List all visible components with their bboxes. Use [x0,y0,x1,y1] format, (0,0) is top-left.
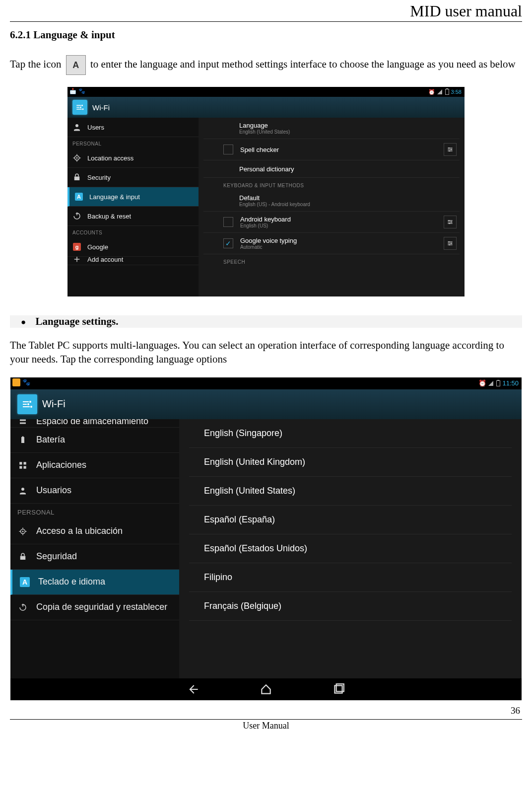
language-option[interactable]: Filipino [189,563,512,592]
main-category: KEYBOARD & INPUT METHODS [203,178,460,190]
language-option[interactable]: English (United Kingdom) [189,448,512,477]
wifi-header[interactable]: Wi-Fi [10,389,522,419]
settings-sliders-icon [72,100,87,115]
checkbox-icon[interactable] [223,145,233,154]
sidebar-item-label: Espacio de almacenamiento [36,419,148,427]
wifi-signal-icon [488,381,493,386]
settings-sliders-icon[interactable] [444,237,457,250]
wifi-header-title: Wi-Fi [92,103,110,112]
language-option[interactable]: Español (España) [189,506,512,534]
svg-point-3 [75,124,78,127]
sidebar-item-apps[interactable]: Aplicaciones [10,453,179,478]
sidebar-item-storage[interactable]: Espacio de almacenamiento [10,419,179,428]
language-option[interactable]: Français (Belgique) [189,592,512,621]
setting-row[interactable]: LanguageEnglish (United States) [203,118,460,139]
wifi-header[interactable]: Wi-Fi [67,97,465,118]
sidebar-item-users[interactable]: Users [67,118,199,137]
setting-row[interactable]: Spell checker [203,139,460,160]
setting-subtitle: Automatic [240,244,444,250]
language-label: Français (Belgique) [204,601,281,611]
language-input-icon: A [66,55,86,75]
sidebar-item-lock[interactable]: Seguridad [10,544,179,570]
setting-title: Android keyboard [240,216,444,223]
setting-row[interactable]: Personal dictionary [203,160,460,178]
checkbox-icon[interactable] [223,217,233,227]
language-option[interactable]: English (Singapore) [189,419,512,448]
setting-texts: DefaultEnglish (US) - Android keyboard [239,194,460,207]
header-rule [10,21,522,22]
sidebar-item-battery[interactable]: Batería [10,428,179,453]
section-heading: 6.2.1 Language & input [10,29,522,41]
apps-icon [17,460,28,471]
setting-title: Personal dictionary [239,165,460,173]
language-label: Español (España) [204,515,275,525]
sidebar-item-location[interactable]: Location access [67,148,199,168]
svg-point-10 [449,220,450,221]
notification-icon: 🐾 [22,378,29,385]
bullet-heading-text: Language settings. [36,315,119,327]
setting-subtitle: English (US) - Android keyboard [239,202,460,207]
nav-back-button[interactable] [187,683,200,696]
sidebar-item-lang[interactable]: ALanguage & input [67,187,199,207]
lang-icon: A [74,192,83,201]
setting-subtitle: English (US) [240,223,444,228]
sidebar-item-label: Google [87,243,108,251]
battery-icon [445,89,449,95]
setting-row[interactable]: ✓Google voice typingAutomatic [203,233,460,254]
status-bar: 📩 🐾 ⏰ 3:58 [67,87,465,97]
backup-icon [17,602,28,613]
sidebar-item-label: Users [87,124,104,131]
status-time: 11:50 [502,379,519,387]
language-label: English (Singapore) [204,428,282,439]
settings-sliders-icon[interactable] [444,216,457,228]
checkbox-icon[interactable]: ✓ [223,238,233,248]
bullet-heading: Language settings. [10,315,522,328]
setting-texts: Personal dictionary [239,165,460,173]
setting-title: Default [239,194,460,202]
setting-subtitle: English (United States) [239,129,460,135]
settings-sidebar: Espacio de almacenamientoBateríaAplicaci… [10,419,179,687]
lock-icon [17,551,28,562]
sidebar-item-label: Language & input [89,193,140,201]
sidebar-item-users[interactable]: Usuarios [10,478,179,504]
language-option[interactable]: English (United States) [189,477,512,506]
setting-row[interactable]: DefaultEnglish (US) - Android keyboard [203,190,460,212]
page-number: 36 [10,705,522,716]
svg-rect-25 [19,466,22,468]
language-option[interactable]: Español (Estados Unidos) [189,534,512,563]
notification-icon: 📩 [69,88,76,95]
nav-recent-button[interactable] [332,683,345,696]
status-time: 3:58 [451,89,462,95]
sidebar-item-google[interactable]: gGoogle [67,237,199,257]
wifi-signal-icon [437,89,442,94]
spacer [223,164,232,173]
sidebar-item-location[interactable]: Acceso a la ubicación [10,519,179,544]
setting-title: Language [239,122,460,129]
language-label: English (United Kingdom) [204,457,305,467]
google-icon: g [72,242,81,251]
spacer [223,124,232,133]
settings-sliders-icon[interactable] [444,143,457,156]
sidebar-category: PERSONAL [10,504,179,519]
sidebar-item-backup[interactable]: Copia de seguridad y restablecer [10,595,179,620]
nav-home-button[interactable] [260,683,272,696]
sidebar-item-lang[interactable]: ATeclado e idioma [10,570,179,595]
sidebar-item-label: Location access [87,154,133,162]
page-header: MID user manual [10,2,522,20]
footer-label: User Manual [10,721,522,731]
add-icon [72,257,81,264]
svg-point-14 [451,243,452,244]
svg-point-1 [80,107,81,108]
svg-point-12 [449,223,450,224]
svg-point-8 [451,149,452,150]
sidebar-item-lock[interactable]: Security [67,168,199,187]
sidebar-item-label: Seguridad [36,551,77,562]
language-label: Filipino [204,572,232,583]
sidebar-item-backup[interactable]: Backup & reset [67,207,199,226]
svg-rect-22 [22,436,24,437]
lock-icon [72,173,81,182]
sidebar-item-label: Backup & reset [87,213,131,220]
sidebar-item-add[interactable]: Add account [67,257,199,265]
setting-title: Google voice typing [240,237,444,244]
setting-row[interactable]: Android keyboardEnglish (US) [203,212,460,233]
